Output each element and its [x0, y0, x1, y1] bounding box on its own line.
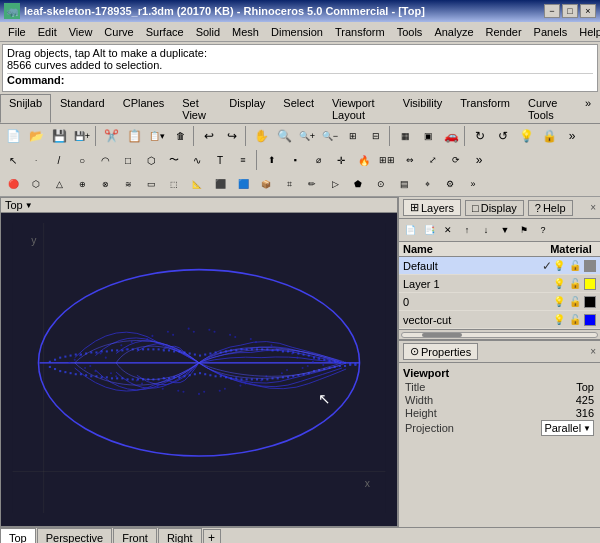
tb-r21[interactable]: » [462, 173, 484, 195]
layer-lock-0[interactable]: 🔓 [568, 295, 582, 309]
tab-more[interactable]: » [576, 94, 600, 123]
layer-color-0[interactable] [584, 296, 596, 308]
menu-help[interactable]: Help [573, 24, 600, 40]
tb-r7[interactable]: ▭ [140, 173, 162, 195]
tb-r10[interactable]: ⬛ [209, 173, 231, 195]
command-input[interactable] [68, 74, 593, 86]
tb-line[interactable]: / [48, 149, 70, 171]
tb-r1[interactable]: 🔴 [2, 173, 24, 195]
tb-text[interactable]: T [209, 149, 231, 171]
menu-surface[interactable]: Surface [140, 24, 190, 40]
layer-light-layer1[interactable]: 💡 [552, 277, 566, 291]
tb-flame[interactable]: 🔥 [353, 149, 375, 171]
tb-r18[interactable]: ▤ [393, 173, 415, 195]
tb-hatch[interactable]: ≡ [232, 149, 254, 171]
add-view-tab-btn[interactable]: + [203, 529, 221, 543]
tb-save[interactable]: 💾 [48, 125, 70, 147]
menu-mesh[interactable]: Mesh [226, 24, 265, 40]
tab-visibility[interactable]: Visibility [394, 94, 452, 123]
tab-curve-tools[interactable]: Curve Tools [519, 94, 576, 123]
layer-new-btn[interactable]: 📄 [401, 221, 419, 239]
tb-viewport1[interactable]: ▦ [394, 125, 416, 147]
menu-edit[interactable]: Edit [32, 24, 63, 40]
tb-spline[interactable]: ∿ [186, 149, 208, 171]
tb-new[interactable]: 📄 [2, 125, 24, 147]
layer-down-btn[interactable]: ↓ [477, 221, 495, 239]
tb-pan[interactable]: ✋ [250, 125, 272, 147]
tb-more2[interactable]: » [468, 149, 490, 171]
tb-open[interactable]: 📂 [25, 125, 47, 147]
menu-dimension[interactable]: Dimension [265, 24, 329, 40]
tab-setview[interactable]: Set View [173, 94, 220, 123]
properties-expand-icon[interactable]: × [590, 346, 596, 357]
menu-transform[interactable]: Transform [329, 24, 391, 40]
tab-transform[interactable]: Transform [451, 94, 519, 123]
layer-match-btn[interactable]: ⚑ [515, 221, 533, 239]
tb-move[interactable]: ✛ [330, 149, 352, 171]
view-tab-top[interactable]: Top [0, 528, 36, 543]
tb-paste[interactable]: 📋▾ [146, 125, 168, 147]
tb-viewport2[interactable]: ▣ [417, 125, 439, 147]
window-controls[interactable]: − □ × [544, 4, 596, 18]
maximize-btn[interactable]: □ [562, 4, 578, 18]
tb-mirror[interactable]: ⇔ [399, 149, 421, 171]
tb-r20[interactable]: ⚙ [439, 173, 461, 195]
layer-up-btn[interactable]: ↑ [458, 221, 476, 239]
menu-analyze[interactable]: Analyze [428, 24, 479, 40]
tb-save-as[interactable]: 💾+ [71, 125, 93, 147]
layer-lock-layer1[interactable]: 🔓 [568, 277, 582, 291]
tab-standard[interactable]: Standard [51, 94, 114, 123]
tb-zoom[interactable]: 🔍 [273, 125, 295, 147]
tb-zoom-out[interactable]: 🔍− [319, 125, 341, 147]
menu-view[interactable]: View [63, 24, 99, 40]
tb-zoom-ext[interactable]: ⊞ [342, 125, 364, 147]
properties-tab-btn[interactable]: ⊙ Properties [403, 343, 478, 360]
tab-cplanes[interactable]: CPlanes [114, 94, 174, 123]
menu-render[interactable]: Render [480, 24, 528, 40]
view-tab-right[interactable]: Right [158, 528, 202, 543]
viewport-arrow[interactable]: ▼ [25, 201, 33, 210]
menu-curve[interactable]: Curve [98, 24, 139, 40]
scrollbar-track[interactable] [401, 332, 598, 338]
tb-r13[interactable]: ⌗ [278, 173, 300, 195]
tb-box[interactable]: ▪ [284, 149, 306, 171]
tb-arc[interactable]: ◠ [94, 149, 116, 171]
layer-new-sublayer-btn[interactable]: 📑 [420, 221, 438, 239]
tb-r15[interactable]: ▷ [324, 173, 346, 195]
tb-redo[interactable]: ↪ [221, 125, 243, 147]
tb-light[interactable]: 💡 [515, 125, 537, 147]
layer-color-default[interactable] [584, 260, 596, 272]
close-btn[interactable]: × [580, 4, 596, 18]
menu-file[interactable]: File [2, 24, 32, 40]
tb-array[interactable]: ⊞⊞ [376, 149, 398, 171]
tb-zoom-in[interactable]: 🔍+ [296, 125, 318, 147]
tb-delete[interactable]: 🗑 [169, 125, 191, 147]
layer-light-default[interactable]: 💡 [552, 259, 566, 273]
layer-color-layer1[interactable] [584, 278, 596, 290]
command-prompt-line[interactable]: Command: [7, 73, 593, 86]
layer-delete-btn[interactable]: ✕ [439, 221, 457, 239]
tb-r6[interactable]: ≋ [117, 173, 139, 195]
tb-r19[interactable]: ⌖ [416, 173, 438, 195]
view-tab-front[interactable]: Front [113, 528, 157, 543]
tb-r3[interactable]: △ [48, 173, 70, 195]
layer-lock-vectorcut[interactable]: 🔓 [568, 313, 582, 327]
tb-polygon[interactable]: ⬡ [140, 149, 162, 171]
menu-solid[interactable]: Solid [190, 24, 226, 40]
layer-props-btn[interactable]: ? [534, 221, 552, 239]
tab-display[interactable]: Display [220, 94, 274, 123]
layer-row-0[interactable]: 0 💡 🔓 [399, 293, 600, 311]
tb-r4[interactable]: ⊕ [71, 173, 93, 195]
tb-r16[interactable]: ⬟ [347, 173, 369, 195]
menu-tools[interactable]: Tools [391, 24, 429, 40]
display-tab-btn[interactable]: □ Display [465, 200, 524, 216]
menu-panels[interactable]: Panels [528, 24, 574, 40]
tb-point[interactable]: · [25, 149, 47, 171]
tb-freeform[interactable]: 〜 [163, 149, 185, 171]
tb-car[interactable]: 🚗 [440, 125, 462, 147]
tb-rect[interactable]: □ [117, 149, 139, 171]
view-tab-perspective[interactable]: Perspective [37, 528, 112, 543]
tb-r11[interactable]: 🟦 [232, 173, 254, 195]
layer-row-vectorcut[interactable]: vector-cut 💡 🔓 [399, 311, 600, 329]
prop-projection-row[interactable]: Projection Parallel ▼ [403, 420, 596, 436]
